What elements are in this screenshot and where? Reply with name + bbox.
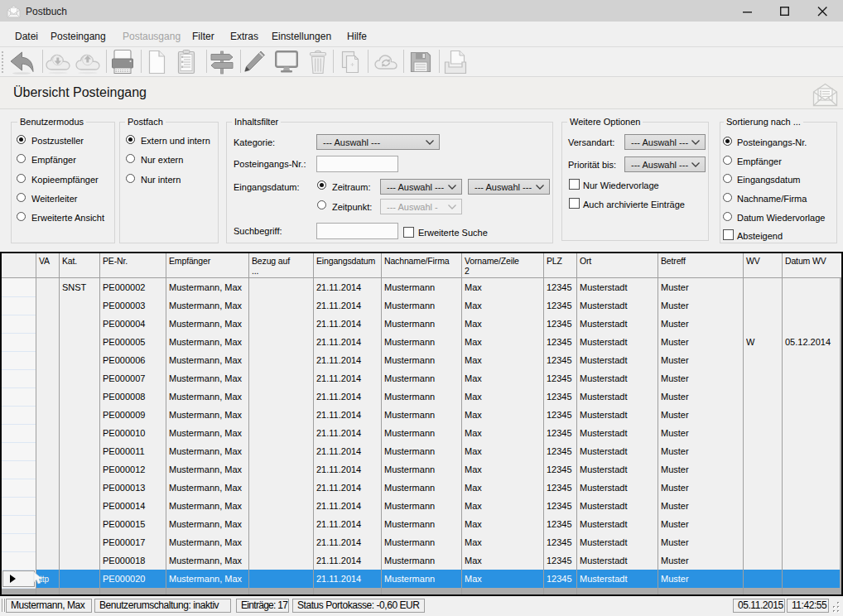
svg-text:ttp: ttp	[40, 575, 50, 584]
